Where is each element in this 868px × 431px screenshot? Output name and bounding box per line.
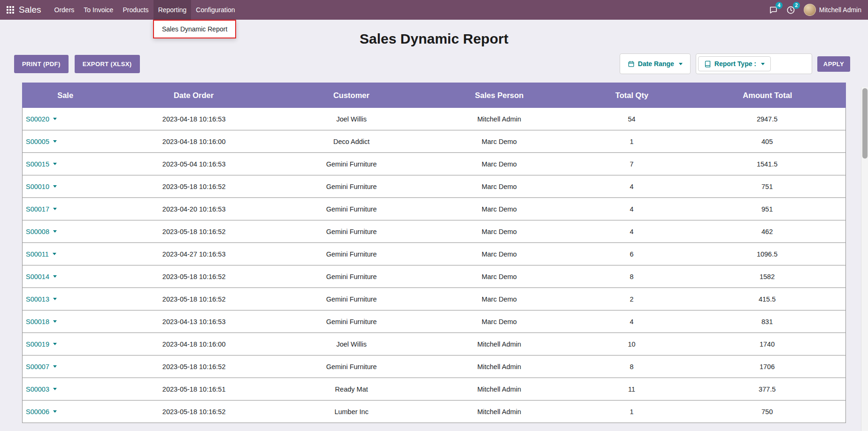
sale-ref-dropdown[interactable]: S00013 [26,295,57,303]
table-row: S000112023-04-27 10:16:53Gemini Furnitur… [23,243,845,265]
customer-cell: Gemini Furniture [279,205,424,213]
date-order-cell: 2023-04-18 10:16:53 [109,115,279,123]
amount-total-cell: 415.5 [689,295,845,303]
caret-down-icon [761,63,765,65]
amount-total-cell: 405 [689,138,845,145]
table-row: S000072023-05-18 10:16:52Gemini Furnitur… [23,355,845,378]
date-order-cell: 2023-05-18 10:16:52 [109,363,279,371]
sale-cell: S00019 [23,340,109,348]
apps-grid-icon[interactable] [7,6,14,14]
menu-orders[interactable]: Orders [50,0,79,20]
caret-down-icon [53,343,57,345]
sale-ref-dropdown[interactable]: S00005 [26,138,57,145]
menu-item-sales-dynamic-report[interactable]: Sales Dynamic Report [154,21,235,38]
menu-configuration[interactable]: Configuration [191,0,239,20]
app-name[interactable]: Sales [19,5,41,15]
sale-ref-dropdown[interactable]: S00020 [26,115,57,123]
total-qty-cell: 2 [575,295,689,303]
total-qty-cell: 4 [575,318,689,325]
apply-button[interactable]: APPLY [817,56,850,72]
print-pdf-button[interactable]: PRINT (PDF) [14,55,69,73]
table-row: S000172023-04-20 10:16:53Gemini Furnitur… [23,198,845,220]
salesperson-cell: Marc Demo [424,273,575,280]
caret-down-icon [53,230,57,233]
salesperson-cell: Marc Demo [424,250,575,258]
customer-cell: Gemini Furniture [279,273,424,280]
total-qty-cell: 6 [575,250,689,258]
messages-button[interactable]: 4 [769,6,778,15]
date-order-cell: 2023-05-18 10:16:52 [109,228,279,235]
salesperson-cell: Mitchell Admin [424,408,575,416]
sale-ref-dropdown[interactable]: S00007 [26,363,57,371]
table-body: S000202023-04-18 10:16:53Joel WillisMitc… [22,108,846,423]
table-row: S000032023-05-18 10:16:51Ready MatMitche… [23,378,845,401]
total-qty-cell: 8 [575,363,689,371]
total-qty-cell: 8 [575,273,689,280]
total-qty-cell: 54 [575,115,689,123]
date-range-label: Date Range [638,60,674,68]
sale-ref-dropdown[interactable]: S00019 [26,340,57,348]
page-title: Sales Dynamic Report [0,31,868,47]
sale-cell: S00018 [23,318,109,325]
table-header: Sale Date Order Customer Sales Person To… [22,83,846,108]
salesperson-cell: Marc Demo [424,295,575,303]
header-customer: Customer [279,91,424,100]
amount-total-cell: 751 [689,183,845,190]
table-row: S000152023-05-04 10:16:53Gemini Furnitur… [23,153,845,175]
caret-down-icon [679,63,683,65]
table-row: S000142023-05-18 10:16:52Gemini Furnitur… [23,265,845,288]
customer-cell: Gemini Furniture [279,183,424,190]
caret-down-icon [53,208,57,210]
sale-cell: S00014 [23,273,109,280]
caret-down-icon [53,410,57,413]
reporting-dropdown: Sales Dynamic Report [153,20,236,38]
sale-ref-dropdown[interactable]: S00010 [26,183,57,190]
menu-to-invoice[interactable]: To Invoice [79,0,118,20]
activities-badge: 2 [793,2,800,9]
date-order-cell: 2023-04-20 10:16:53 [109,205,279,213]
caret-down-icon [53,253,56,255]
menu-reporting[interactable]: Reporting [154,0,192,20]
sale-ref-dropdown[interactable]: S00017 [26,205,57,213]
navbar-systray: 4 2 Mitchell Admin [769,4,861,16]
customer-cell: Gemini Furniture [279,363,424,371]
caret-down-icon [53,118,57,120]
header-sale: Sale [22,91,108,100]
table-row: S000132023-05-18 10:16:52Gemini Furnitur… [23,288,845,310]
date-range-group: Date Range [620,53,691,74]
filter-controls: Date Range Report Type : APPLY [620,53,850,74]
messages-badge: 4 [776,2,783,9]
sale-cell: S00003 [23,386,109,393]
sale-ref-dropdown[interactable]: S00014 [26,273,57,280]
table-row: S000052023-04-18 10:16:00Deco AddictMarc… [23,130,845,153]
table-row: S000082023-05-18 10:16:52Gemini Furnitur… [23,220,845,243]
vertical-scrollbar[interactable] [861,87,868,431]
sale-ref-dropdown[interactable]: S00006 [26,408,57,416]
salesperson-cell: Mitchell Admin [424,386,575,393]
date-range-dropdown[interactable]: Date Range [622,57,688,71]
table-row: S000192023-04-18 10:16:00Joel WillisMitc… [23,333,845,355]
sale-ref-dropdown[interactable]: S00003 [26,386,57,393]
customer-cell: Gemini Furniture [279,295,424,303]
customer-cell: Joel Willis [279,340,424,348]
date-order-cell: 2023-05-18 10:16:52 [109,408,279,416]
user-menu[interactable]: Mitchell Admin [804,4,861,16]
scrollbar-thumb[interactable] [862,88,868,159]
header-date-order: Date Order [108,91,279,100]
amount-total-cell: 1096.5 [689,250,845,258]
activities-button[interactable]: 2 [786,6,795,15]
sale-ref-dropdown[interactable]: S00011 [26,250,56,258]
report-type-label: Report Type : [714,60,756,68]
sale-ref-dropdown[interactable]: S00008 [26,228,57,235]
sale-ref-dropdown[interactable]: S00015 [26,160,57,168]
export-xlsx-button[interactable]: EXPORT (XLSX) [75,55,140,73]
menu-products[interactable]: Products [118,0,153,20]
caret-down-icon [53,365,57,368]
calendar-icon [628,60,635,68]
header-amount-total: Amount Total [689,91,846,100]
date-order-cell: 2023-05-18 10:16:52 [109,295,279,303]
sale-ref-dropdown[interactable]: S00018 [26,318,57,325]
salesperson-cell: Marc Demo [424,183,575,190]
customer-cell: Gemini Furniture [279,160,424,168]
report-type-dropdown[interactable]: Report Type : [698,56,771,71]
